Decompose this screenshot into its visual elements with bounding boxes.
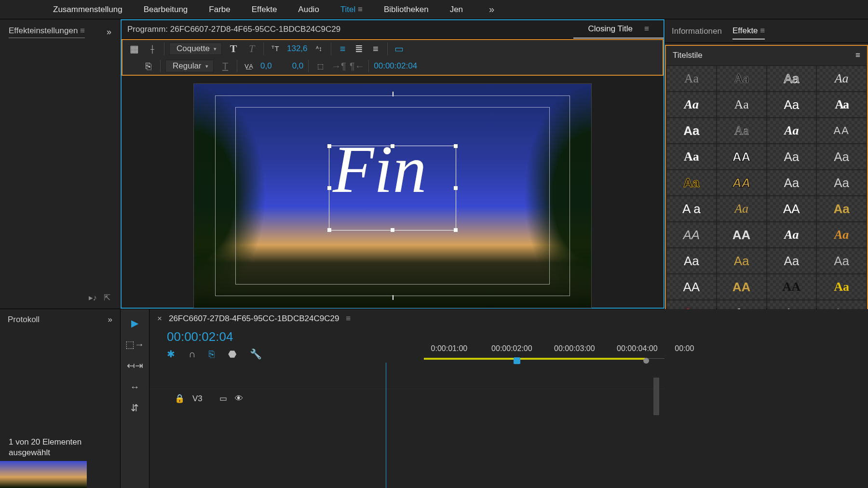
title-style-swatch[interactable]: AA xyxy=(817,118,866,143)
slip-tool-icon[interactable]: ⇵ xyxy=(126,401,144,415)
snap-icon[interactable]: ✱ xyxy=(167,348,175,360)
timeline-sequence-name[interactable]: 26FC6607-27D8-4F65-95CC-1BDCB24C9C29 xyxy=(169,314,339,324)
tab-right-icon[interactable]: ¶← xyxy=(350,59,364,73)
tab-stops-icon[interactable]: ⎘ xyxy=(142,59,155,73)
title-style-swatch[interactable]: Aa xyxy=(667,248,716,273)
aspect-icon[interactable]: ᴬ↕ xyxy=(312,42,326,55)
align-right-icon[interactable]: ≡ xyxy=(369,42,382,55)
title-style-swatch[interactable]: Aa xyxy=(767,144,816,169)
linked-selection-icon[interactable]: ⎘ xyxy=(209,349,215,360)
workspace-item[interactable]: Jen xyxy=(450,5,463,14)
title-style-swatch[interactable]: AA xyxy=(717,170,766,195)
video-track-header[interactable]: 🔒 V3 ▭ 👁 xyxy=(149,389,665,408)
track-select-forward-icon[interactable]: ⬚→ xyxy=(126,337,144,352)
tab-information[interactable]: Informationen xyxy=(672,27,722,39)
title-style-swatch[interactable]: Aa xyxy=(767,92,816,117)
vertical-zoom-handle[interactable] xyxy=(653,377,660,416)
bold-button[interactable]: T xyxy=(227,42,240,55)
title-style-swatch[interactable]: Aa xyxy=(767,118,816,143)
title-style-swatch[interactable]: Aa xyxy=(817,196,866,221)
title-style-swatch[interactable]: Aa xyxy=(717,66,766,91)
tab-left-icon[interactable]: →¶ xyxy=(332,59,345,73)
title-style-swatch[interactable]: Aa xyxy=(717,92,766,117)
overflow-chevron-icon[interactable]: » xyxy=(108,315,112,325)
title-style-swatch[interactable]: Aa xyxy=(717,248,766,273)
title-style-swatch[interactable]: Aa xyxy=(767,222,816,247)
magnet-icon[interactable]: ∩ xyxy=(189,349,195,360)
timeline-ruler[interactable]: 0:00:01:00 00:00:02:00 00:00:03:00 00:00… xyxy=(424,344,665,359)
workspace-item[interactable]: Bibliotheken xyxy=(384,5,429,14)
title-style-swatch[interactable]: Aa xyxy=(667,170,716,195)
title-style-swatch[interactable]: AA xyxy=(717,274,766,299)
title-style-swatch[interactable]: A a xyxy=(667,196,716,221)
panel-tab-label[interactable]: Protokoll xyxy=(8,315,40,325)
wrench-icon[interactable]: 🔧 xyxy=(250,348,262,360)
export-icon[interactable]: ⇱ xyxy=(104,293,110,303)
current-timecode[interactable]: 00:00:02:04 xyxy=(167,329,233,344)
workspace-item[interactable]: Farbe xyxy=(209,5,230,14)
text-selection-bounds[interactable] xyxy=(329,146,456,230)
title-style-swatch[interactable]: Aa xyxy=(817,222,866,247)
leading-value[interactable]: 0,0 xyxy=(292,61,304,71)
title-style-swatch[interactable]: AA xyxy=(767,196,816,221)
title-style-swatch[interactable]: Aa xyxy=(817,248,866,273)
font-style-dropdown[interactable]: Regular ▾ xyxy=(165,60,214,72)
toggle-track-output-icon[interactable]: ▭ xyxy=(219,393,227,404)
background-timecode[interactable]: 00:00:02:04 xyxy=(374,61,417,71)
title-style-swatch[interactable]: Aa xyxy=(817,66,866,91)
title-style-swatch[interactable]: Aa xyxy=(817,274,866,299)
rate-stretch-icon[interactable]: ↔ xyxy=(126,380,144,394)
close-icon[interactable]: × xyxy=(157,314,162,324)
title-style-swatch[interactable]: Aa xyxy=(767,170,816,195)
title-style-swatch[interactable]: AA xyxy=(767,274,816,299)
tracking-value[interactable]: 0,0 xyxy=(260,61,272,71)
timeline-tracks[interactable]: 🔒 V3 ▭ 👁 xyxy=(149,363,665,488)
title-style-swatch[interactable]: Aa xyxy=(667,118,716,143)
workspace-item-active[interactable]: Titel ≡ xyxy=(340,5,363,14)
font-size-value[interactable]: 132,6 xyxy=(287,44,308,54)
title-style-swatch[interactable]: AA xyxy=(717,144,766,169)
workspace-item[interactable]: Audio xyxy=(298,5,319,14)
workspace-item[interactable]: Effekte xyxy=(252,5,277,14)
workspace-item[interactable]: Zusammenstellung xyxy=(53,5,122,14)
title-style-swatch[interactable]: Aa xyxy=(817,170,866,195)
tab-effects[interactable]: Effekte ≡ xyxy=(732,26,765,40)
panel-tab[interactable]: Effekteinstellungen ≡ xyxy=(9,26,85,38)
title-style-swatch[interactable]: AA xyxy=(667,274,716,299)
title-style-swatch[interactable]: Aa xyxy=(667,92,716,117)
eye-icon[interactable]: 👁 xyxy=(235,394,243,404)
italic-button[interactable]: T xyxy=(245,42,258,55)
align-left-icon[interactable]: ≡ xyxy=(336,42,350,55)
title-style-swatch[interactable]: Aa xyxy=(817,92,866,117)
ripple-edit-icon[interactable]: ↤⇥ xyxy=(126,358,144,373)
play-only-icon[interactable]: ▸♪ xyxy=(89,293,97,303)
baseline-icon[interactable]: ⬚ xyxy=(313,59,327,73)
selection-tool-icon[interactable]: ▶ xyxy=(126,316,144,330)
overflow-chevron-icon[interactable]: » xyxy=(107,27,111,37)
title-style-swatch[interactable]: Aa xyxy=(767,248,816,273)
title-templates-icon[interactable]: ▦ xyxy=(127,42,141,55)
workspace-item[interactable]: Bearbeitung xyxy=(144,5,188,14)
panel-menu-icon[interactable]: ≡ xyxy=(855,51,860,60)
work-area-bar[interactable] xyxy=(424,358,645,360)
hamburger-icon[interactable]: ≡ xyxy=(346,314,351,324)
project-thumbnail[interactable] xyxy=(0,461,87,488)
lock-icon[interactable]: 🔒 xyxy=(175,393,185,404)
roll-crawl-icon[interactable]: ⟊ xyxy=(146,42,159,55)
underline-button[interactable]: T xyxy=(218,59,232,73)
title-style-swatch[interactable]: Aa xyxy=(667,144,716,169)
title-style-swatch[interactable]: Aa xyxy=(667,66,716,91)
marker-icon[interactable]: ⬣ xyxy=(228,348,236,360)
title-style-swatch[interactable]: Aa xyxy=(717,118,766,143)
overflow-chevron-icon[interactable]: » xyxy=(489,4,494,15)
title-style-swatch[interactable]: AA xyxy=(717,222,766,247)
title-style-swatch[interactable]: Aa xyxy=(717,196,766,221)
program-tab[interactable]: Programm: 26FC6607-27D8-4F65-95CC-1BDCB2… xyxy=(127,25,340,34)
title-style-swatch[interactable]: Aa xyxy=(767,66,816,91)
title-preview-canvas[interactable]: Fin xyxy=(193,83,592,308)
title-style-swatch[interactable]: Aa xyxy=(817,144,866,169)
title-style-swatch[interactable]: AA xyxy=(667,222,716,247)
font-family-dropdown[interactable]: Coquette ▾ xyxy=(169,42,222,55)
align-center-icon[interactable]: ≣ xyxy=(353,42,366,55)
show-video-icon[interactable]: ▭ xyxy=(393,42,406,55)
